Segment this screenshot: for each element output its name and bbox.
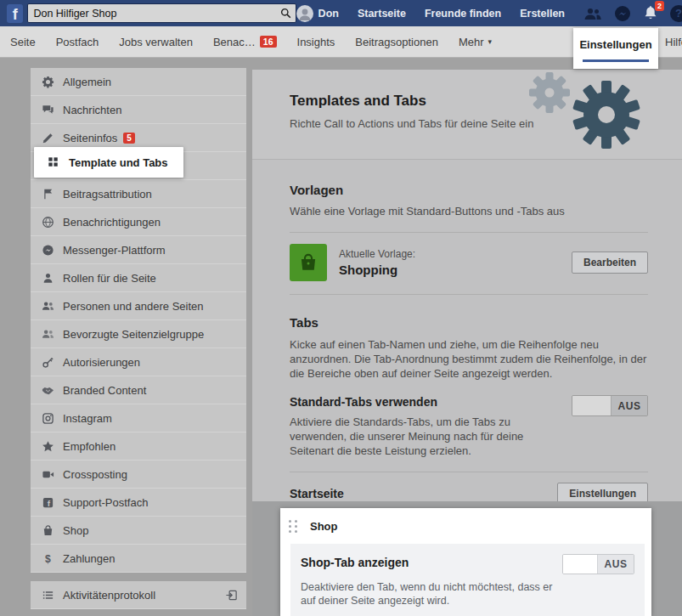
top-navigation-bar: f Don Startseite Freunde finden Erstelle… [0, 0, 682, 26]
search-icon[interactable] [277, 8, 296, 19]
sidebar-item-empfohlen[interactable]: Empfohlen [31, 432, 246, 461]
sidebar-item-messenger-plattform[interactable]: Messenger-Plattform [31, 236, 246, 264]
tab-beitragsoptionen[interactable]: Beitragsoptionen [355, 36, 438, 48]
standard-tabs-toggle[interactable]: AUS [572, 395, 648, 416]
sidebar-item-zahlungen[interactable]: $ Zahlungen [31, 545, 246, 573]
divider [290, 472, 648, 472]
sidebar-item-beitragsattribution[interactable]: Beitragsattribution [31, 180, 246, 208]
current-template-label: Aktuelle Vorlage: [339, 248, 415, 260]
tabs-description: Kicke auf einen Tab-Namen und ziehe, um … [290, 337, 648, 381]
tab-insights[interactable]: Insights [297, 36, 335, 48]
create-link[interactable]: Erstellen [520, 8, 565, 20]
help-icon[interactable]: ? [670, 5, 682, 22]
sidebar-item-rollen[interactable]: Rollen für die Seite [31, 264, 246, 292]
sidebar-item-label: Branded Content [63, 384, 146, 397]
sidebar-item-branded-content[interactable]: Branded Content [31, 376, 246, 404]
people-icon [41, 299, 54, 313]
tab-mehr-label: Mehr [459, 36, 484, 48]
tab-postfach[interactable]: Postfach [56, 36, 99, 48]
list-icon [41, 588, 54, 602]
vorlagen-subtitle: Wähle eine Vorlage mit Standard-Buttons … [290, 205, 648, 218]
audience-icon [41, 327, 54, 341]
find-friends-link[interactable]: Freunde finden [425, 8, 501, 20]
current-template-row: Aktuelle Vorlage: Shopping Bearbeiten [290, 244, 648, 281]
sidebar-item-instagram[interactable]: Instagram [31, 404, 246, 432]
messenger-icon[interactable] [614, 5, 631, 22]
tab-hilfe[interactable]: Hilfe [665, 36, 682, 48]
edit-template-button[interactable]: Bearbeiten [572, 251, 648, 274]
tab-mehr[interactable]: Mehr ▾ [459, 36, 492, 48]
shop-tab-toggle[interactable]: AUS [562, 554, 634, 574]
tab-seite[interactable]: Seite [10, 36, 36, 48]
pencil-icon [41, 131, 54, 144]
vorlagen-title: Vorlagen [290, 183, 648, 197]
notification-badge: 2 [655, 1, 664, 11]
shop-tab-panel: Shop-Tab anzeigen AUS Deaktiviere den Ta… [290, 544, 645, 616]
standard-tabs-text: Standard-Tabs verwenden Aktiviere die St… [290, 395, 570, 458]
divider [290, 232, 648, 233]
tab-benachrichtigungen[interactable]: Benac… 16 [213, 36, 277, 48]
sidebar-item-personen[interactable]: Personen und andere Seiten [31, 292, 246, 320]
toggle-knob [572, 396, 612, 415]
gear-icon [41, 75, 54, 88]
sidebar-item-zielgruppe[interactable]: Bevorzugte Seitenzielgruppe [31, 320, 246, 348]
video-icon [41, 467, 54, 481]
toggle-off-label: AUS [612, 396, 647, 415]
standard-tabs-title: Standard-Tabs verwenden [290, 395, 570, 409]
sidebar-item-template-und-tabs[interactable]: Template und Tabs [34, 147, 183, 178]
instagram-icon [41, 411, 54, 425]
messages-icon [41, 103, 54, 116]
sidebar-item-label: Allgemein [63, 76, 111, 88]
flag-icon [41, 187, 54, 201]
sidebar-item-label: Bevorzugte Seitenzielgruppe [63, 328, 204, 341]
sidebar-item-autorisierungen[interactable]: Autorisierungen [31, 348, 246, 376]
home-link[interactable]: Startseite [358, 8, 406, 20]
avatar[interactable] [296, 5, 313, 22]
divider [290, 294, 648, 295]
sidebar-item-label: Beitragsattribution [63, 188, 152, 201]
messenger-icon [41, 243, 54, 257]
sidebar-item-shop[interactable]: Shop [31, 517, 246, 545]
sidebar-item-label: Instagram [63, 412, 112, 425]
shop-toggle-description: Deaktiviere den Tab, wenn du nicht möcht… [301, 580, 568, 608]
search-box [27, 3, 296, 23]
star-icon [41, 439, 54, 453]
globe-icon [41, 215, 54, 229]
sidebar-item-label: Shop [63, 524, 88, 537]
sidebar-item-label: Messenger-Plattform [63, 244, 166, 257]
shopping-template-icon [290, 244, 327, 281]
sidebar-item-crossposting[interactable]: Crossposting [31, 461, 246, 489]
handshake-icon [41, 383, 54, 397]
sidebar-item-label: Seiteninfos [63, 132, 117, 144]
friend-requests-icon[interactable] [583, 7, 602, 20]
sidebar-item-label: Zahlungen [63, 552, 115, 565]
sidebar-item-label: Crossposting [63, 468, 127, 481]
templates-and-tabs-header: Templates and Tabs Richte Call to Action… [252, 70, 682, 160]
shop-tab-section: Shop Shop-Tab anzeigen AUS Deaktiviere d… [280, 508, 651, 616]
export-icon [225, 589, 238, 602]
toggle-knob [563, 555, 598, 574]
person-icon [41, 271, 54, 285]
key-icon [41, 355, 54, 369]
tab-einstellungen[interactable]: Einstellungen [573, 28, 658, 69]
sidebar-item-nachrichten[interactable]: Nachrichten [31, 96, 246, 124]
sidebar-item-support-postfach[interactable]: f Support-Postfach [31, 489, 246, 517]
tab-jobs-verwalten[interactable]: Jobs verwalten [119, 36, 193, 48]
sidebar-item-aktivitaetenprotokoll[interactable]: Aktivitätenprotokoll [31, 581, 246, 609]
profile-link[interactable]: Don [318, 8, 339, 20]
sidebar-item-benachrichtigungen[interactable]: Benachrichtigungen [31, 208, 246, 236]
chevron-down-icon: ▾ [488, 37, 493, 46]
facebook-logo-icon[interactable]: f [7, 4, 23, 23]
sidebar-item-allgemein[interactable]: Allgemein [31, 68, 246, 96]
tabs-title: Tabs [290, 315, 648, 330]
gears-illustration [510, 70, 679, 160]
settings-sections: Vorlagen Wähle eine Vorlage mit Standard… [252, 183, 682, 505]
search-input[interactable] [28, 8, 276, 20]
dollar-icon: $ [41, 551, 54, 565]
notifications-count-badge: 16 [260, 36, 277, 48]
drag-handle-icon[interactable] [289, 520, 298, 533]
sidebar-item-label: Autorisierungen [63, 356, 140, 369]
sidebar-item-label: Nachrichten [63, 104, 121, 116]
shop-tab-header: Shop [280, 508, 651, 544]
notifications-bell-icon[interactable]: 2 [643, 5, 658, 21]
